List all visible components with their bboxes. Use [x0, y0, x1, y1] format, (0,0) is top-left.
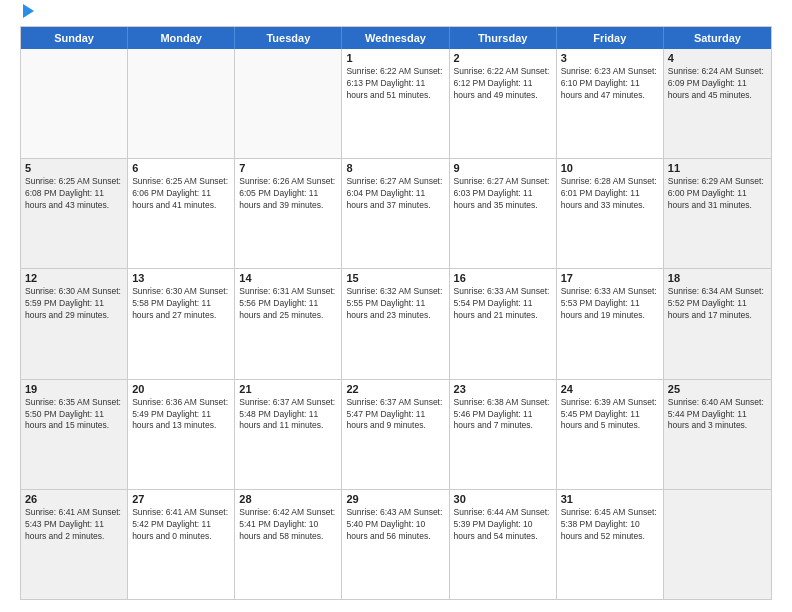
logo — [20, 16, 34, 18]
day-info: Sunrise: 6:43 AM Sunset: 5:40 PM Dayligh… — [346, 507, 444, 543]
day-number: 27 — [132, 493, 230, 505]
day-number: 4 — [668, 52, 767, 64]
calendar-day-14: 14Sunrise: 6:31 AM Sunset: 5:56 PM Dayli… — [235, 269, 342, 378]
calendar-day-17: 17Sunrise: 6:33 AM Sunset: 5:53 PM Dayli… — [557, 269, 664, 378]
calendar-day-9: 9Sunrise: 6:27 AM Sunset: 6:03 PM Daylig… — [450, 159, 557, 268]
calendar-empty-cell — [128, 49, 235, 158]
day-number: 23 — [454, 383, 552, 395]
day-info: Sunrise: 6:27 AM Sunset: 6:03 PM Dayligh… — [454, 176, 552, 212]
calendar-day-11: 11Sunrise: 6:29 AM Sunset: 6:00 PM Dayli… — [664, 159, 771, 268]
day-number: 1 — [346, 52, 444, 64]
calendar-day-8: 8Sunrise: 6:27 AM Sunset: 6:04 PM Daylig… — [342, 159, 449, 268]
calendar-day-21: 21Sunrise: 6:37 AM Sunset: 5:48 PM Dayli… — [235, 380, 342, 489]
calendar-day-19: 19Sunrise: 6:35 AM Sunset: 5:50 PM Dayli… — [21, 380, 128, 489]
logo-arrow-icon — [23, 4, 34, 18]
calendar-day-30: 30Sunrise: 6:44 AM Sunset: 5:39 PM Dayli… — [450, 490, 557, 599]
calendar-day-29: 29Sunrise: 6:43 AM Sunset: 5:40 PM Dayli… — [342, 490, 449, 599]
day-number: 29 — [346, 493, 444, 505]
calendar-day-3: 3Sunrise: 6:23 AM Sunset: 6:10 PM Daylig… — [557, 49, 664, 158]
day-number: 16 — [454, 272, 552, 284]
calendar-week-1: 1Sunrise: 6:22 AM Sunset: 6:13 PM Daylig… — [21, 49, 771, 158]
day-info: Sunrise: 6:33 AM Sunset: 5:53 PM Dayligh… — [561, 286, 659, 322]
calendar-day-13: 13Sunrise: 6:30 AM Sunset: 5:58 PM Dayli… — [128, 269, 235, 378]
header-day-monday: Monday — [128, 27, 235, 49]
calendar-day-26: 26Sunrise: 6:41 AM Sunset: 5:43 PM Dayli… — [21, 490, 128, 599]
day-info: Sunrise: 6:26 AM Sunset: 6:05 PM Dayligh… — [239, 176, 337, 212]
day-info: Sunrise: 6:39 AM Sunset: 5:45 PM Dayligh… — [561, 397, 659, 433]
day-info: Sunrise: 6:35 AM Sunset: 5:50 PM Dayligh… — [25, 397, 123, 433]
header-day-tuesday: Tuesday — [235, 27, 342, 49]
day-number: 5 — [25, 162, 123, 174]
calendar-day-18: 18Sunrise: 6:34 AM Sunset: 5:52 PM Dayli… — [664, 269, 771, 378]
calendar-day-10: 10Sunrise: 6:28 AM Sunset: 6:01 PM Dayli… — [557, 159, 664, 268]
calendar-day-20: 20Sunrise: 6:36 AM Sunset: 5:49 PM Dayli… — [128, 380, 235, 489]
day-number: 3 — [561, 52, 659, 64]
day-info: Sunrise: 6:38 AM Sunset: 5:46 PM Dayligh… — [454, 397, 552, 433]
day-info: Sunrise: 6:30 AM Sunset: 5:58 PM Dayligh… — [132, 286, 230, 322]
calendar-day-5: 5Sunrise: 6:25 AM Sunset: 6:08 PM Daylig… — [21, 159, 128, 268]
calendar-day-31: 31Sunrise: 6:45 AM Sunset: 5:38 PM Dayli… — [557, 490, 664, 599]
day-number: 2 — [454, 52, 552, 64]
day-info: Sunrise: 6:45 AM Sunset: 5:38 PM Dayligh… — [561, 507, 659, 543]
day-info: Sunrise: 6:37 AM Sunset: 5:48 PM Dayligh… — [239, 397, 337, 433]
day-number: 6 — [132, 162, 230, 174]
calendar: SundayMondayTuesdayWednesdayThursdayFrid… — [20, 26, 772, 600]
day-info: Sunrise: 6:29 AM Sunset: 6:00 PM Dayligh… — [668, 176, 767, 212]
day-info: Sunrise: 6:22 AM Sunset: 6:12 PM Dayligh… — [454, 66, 552, 102]
day-number: 20 — [132, 383, 230, 395]
calendar-day-7: 7Sunrise: 6:26 AM Sunset: 6:05 PM Daylig… — [235, 159, 342, 268]
day-number: 19 — [25, 383, 123, 395]
calendar-day-28: 28Sunrise: 6:42 AM Sunset: 5:41 PM Dayli… — [235, 490, 342, 599]
day-number: 14 — [239, 272, 337, 284]
day-info: Sunrise: 6:22 AM Sunset: 6:13 PM Dayligh… — [346, 66, 444, 102]
day-number: 9 — [454, 162, 552, 174]
header-day-saturday: Saturday — [664, 27, 771, 49]
header-day-thursday: Thursday — [450, 27, 557, 49]
calendar-week-4: 19Sunrise: 6:35 AM Sunset: 5:50 PM Dayli… — [21, 379, 771, 489]
calendar-week-3: 12Sunrise: 6:30 AM Sunset: 5:59 PM Dayli… — [21, 268, 771, 378]
day-info: Sunrise: 6:37 AM Sunset: 5:47 PM Dayligh… — [346, 397, 444, 433]
day-number: 30 — [454, 493, 552, 505]
day-info: Sunrise: 6:40 AM Sunset: 5:44 PM Dayligh… — [668, 397, 767, 433]
calendar-day-2: 2Sunrise: 6:22 AM Sunset: 6:12 PM Daylig… — [450, 49, 557, 158]
header-day-sunday: Sunday — [21, 27, 128, 49]
calendar-week-2: 5Sunrise: 6:25 AM Sunset: 6:08 PM Daylig… — [21, 158, 771, 268]
day-number: 24 — [561, 383, 659, 395]
calendar-day-15: 15Sunrise: 6:32 AM Sunset: 5:55 PM Dayli… — [342, 269, 449, 378]
day-info: Sunrise: 6:25 AM Sunset: 6:08 PM Dayligh… — [25, 176, 123, 212]
day-number: 13 — [132, 272, 230, 284]
day-info: Sunrise: 6:41 AM Sunset: 5:42 PM Dayligh… — [132, 507, 230, 543]
calendar-day-22: 22Sunrise: 6:37 AM Sunset: 5:47 PM Dayli… — [342, 380, 449, 489]
day-number: 8 — [346, 162, 444, 174]
day-number: 28 — [239, 493, 337, 505]
calendar-day-6: 6Sunrise: 6:25 AM Sunset: 6:06 PM Daylig… — [128, 159, 235, 268]
calendar-day-25: 25Sunrise: 6:40 AM Sunset: 5:44 PM Dayli… — [664, 380, 771, 489]
day-number: 25 — [668, 383, 767, 395]
header-day-friday: Friday — [557, 27, 664, 49]
day-info: Sunrise: 6:27 AM Sunset: 6:04 PM Dayligh… — [346, 176, 444, 212]
day-number: 10 — [561, 162, 659, 174]
day-number: 17 — [561, 272, 659, 284]
day-info: Sunrise: 6:32 AM Sunset: 5:55 PM Dayligh… — [346, 286, 444, 322]
day-info: Sunrise: 6:30 AM Sunset: 5:59 PM Dayligh… — [25, 286, 123, 322]
calendar-empty-cell — [21, 49, 128, 158]
day-number: 12 — [25, 272, 123, 284]
calendar-week-5: 26Sunrise: 6:41 AM Sunset: 5:43 PM Dayli… — [21, 489, 771, 599]
day-number: 11 — [668, 162, 767, 174]
day-number: 21 — [239, 383, 337, 395]
day-number: 26 — [25, 493, 123, 505]
day-number: 22 — [346, 383, 444, 395]
calendar-day-1: 1Sunrise: 6:22 AM Sunset: 6:13 PM Daylig… — [342, 49, 449, 158]
day-info: Sunrise: 6:31 AM Sunset: 5:56 PM Dayligh… — [239, 286, 337, 322]
day-info: Sunrise: 6:36 AM Sunset: 5:49 PM Dayligh… — [132, 397, 230, 433]
day-info: Sunrise: 6:33 AM Sunset: 5:54 PM Dayligh… — [454, 286, 552, 322]
calendar-body: 1Sunrise: 6:22 AM Sunset: 6:13 PM Daylig… — [21, 49, 771, 599]
calendar-empty-cell — [664, 490, 771, 599]
calendar-header: SundayMondayTuesdayWednesdayThursdayFrid… — [21, 27, 771, 49]
day-number: 18 — [668, 272, 767, 284]
day-number: 7 — [239, 162, 337, 174]
header-day-wednesday: Wednesday — [342, 27, 449, 49]
day-number: 15 — [346, 272, 444, 284]
calendar-day-12: 12Sunrise: 6:30 AM Sunset: 5:59 PM Dayli… — [21, 269, 128, 378]
day-info: Sunrise: 6:25 AM Sunset: 6:06 PM Dayligh… — [132, 176, 230, 212]
